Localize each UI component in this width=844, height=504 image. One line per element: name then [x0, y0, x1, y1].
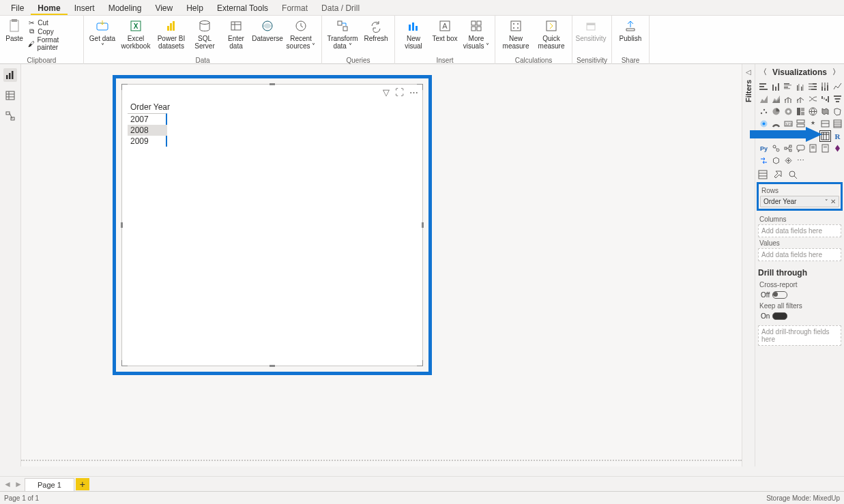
automate-icon[interactable] [758, 155, 770, 166]
key-influencers-icon[interactable] [770, 143, 782, 154]
rows-field-chip[interactable]: Order Year ˅ ✕ [760, 196, 839, 207]
azure-map-icon[interactable] [758, 118, 770, 130]
refresh-button[interactable]: Refresh [362, 17, 390, 42]
matrix-header[interactable]: Order Year [128, 101, 173, 113]
powerapps-icon[interactable] [832, 143, 843, 154]
transform-data-button[interactable]: Transform data ˅ [326, 17, 359, 50]
matrix-row[interactable]: 2008 [128, 125, 167, 136]
matrix-visual-icon[interactable] [819, 130, 831, 142]
scatter-icon[interactable] [758, 106, 770, 117]
card-icon[interactable]: 123 [783, 118, 794, 130]
sensitivity-button[interactable]: Sensitivity [577, 17, 605, 42]
excel-workbook-button[interactable]: XExcel workbook [119, 17, 152, 50]
add-page-button[interactable]: + [76, 478, 89, 490]
tab-modeling[interactable]: Modeling [102, 1, 149, 15]
get-data-button[interactable]: Get data ˅ [88, 17, 117, 50]
next-page-button[interactable]: ► [14, 479, 23, 489]
new-visual-button[interactable]: New visual [399, 17, 428, 50]
clustered-bar-icon[interactable] [783, 81, 794, 93]
tab-data-drill[interactable]: Data / Drill [315, 1, 366, 15]
treemap-icon[interactable] [795, 106, 806, 117]
keep-filters-toggle[interactable]: On [758, 311, 790, 321]
publish-button[interactable]: Publish [616, 17, 645, 42]
matrix-blank-icon[interactable] [795, 130, 806, 142]
hundred-bar-icon[interactable] [807, 81, 819, 93]
line-clustered-icon[interactable] [795, 93, 806, 105]
chevron-down-icon[interactable]: ˅ [825, 198, 828, 205]
report-view-button[interactable] [3, 68, 17, 82]
tab-view[interactable]: View [148, 1, 179, 15]
area-chart-icon[interactable] [758, 93, 770, 105]
quick-measure-button[interactable]: Quick measure [535, 17, 568, 50]
values-well[interactable]: Add data fields here [758, 248, 841, 261]
report-canvas[interactable]: ▽ ⛶ ⋯ Order Year 2007 2008 2009 [21, 64, 742, 466]
remove-field-icon[interactable]: ✕ [830, 198, 836, 205]
r-visual-icon[interactable]: R [832, 130, 843, 142]
text-box-button[interactable]: AText box [431, 17, 459, 42]
decomposition-icon[interactable] [783, 143, 794, 154]
qa-visual-icon[interactable] [795, 143, 806, 154]
recent-sources-button[interactable]: Recent sources ˅ [285, 17, 317, 50]
format-tab-icon[interactable] [773, 170, 783, 179]
matrix-blank-icon[interactable] [758, 130, 770, 142]
copy-button[interactable]: ⧉Copy [27, 27, 79, 35]
collapse-viz-icon[interactable]: 〈 [759, 67, 767, 77]
matrix-row[interactable]: 2009 [128, 136, 167, 147]
ribbon-chart-icon[interactable] [807, 93, 819, 105]
kpi-icon[interactable] [807, 118, 819, 130]
line-column-icon[interactable] [783, 93, 794, 105]
new-measure-button[interactable]: New measure [499, 17, 532, 50]
tab-insert[interactable]: Insert [68, 1, 102, 15]
matrix-row[interactable]: 2007 [128, 114, 167, 125]
dataverse-button[interactable]: Dataverse [253, 17, 282, 42]
funnel-icon[interactable] [832, 93, 843, 105]
stacked-column-icon[interactable] [770, 81, 782, 93]
filled-map-icon[interactable] [819, 106, 831, 117]
tab-format[interactable]: Format [275, 1, 315, 15]
matrix-visual-selection[interactable]: ▽ ⛶ ⋯ Order Year 2007 2008 2009 [113, 75, 432, 375]
analytics-tab-icon[interactable] [788, 170, 798, 179]
more-options-icon[interactable]: ⋯ [409, 87, 418, 98]
more-visuals-button[interactable]: More visuals ˅ [462, 17, 491, 50]
prev-page-button[interactable]: ◄ [3, 479, 12, 489]
page-tab[interactable]: Page 1 [25, 478, 74, 491]
multi-card-icon[interactable] [795, 118, 806, 130]
matrix-blank-icon[interactable] [783, 130, 794, 142]
hundred-column-icon[interactable] [819, 81, 831, 93]
sql-server-button[interactable]: SQL Server [190, 17, 219, 50]
expand-viz-icon[interactable]: 〉 [832, 67, 840, 77]
narrative-icon[interactable] [807, 143, 819, 154]
pie-icon[interactable] [770, 106, 782, 117]
focus-mode-icon[interactable]: ⛶ [395, 87, 404, 98]
tab-file[interactable]: File [4, 1, 31, 15]
data-view-button[interactable] [3, 89, 17, 102]
table-icon[interactable] [832, 118, 843, 130]
stacked-area-icon[interactable] [770, 93, 782, 105]
filters-pane-collapsed[interactable]: ◁ Filters [742, 64, 755, 466]
matrix-blank-icon[interactable] [770, 130, 782, 142]
paginated-icon[interactable] [819, 143, 831, 154]
pbi-datasets-button[interactable]: Power BI datasets [155, 17, 188, 50]
enter-data-button[interactable]: Enter data [222, 17, 250, 50]
tab-home[interactable]: Home [31, 1, 67, 15]
tab-help[interactable]: Help [179, 1, 210, 15]
matrix-blank-icon[interactable] [807, 130, 819, 142]
gauge-icon[interactable] [770, 118, 782, 130]
tab-external-tools[interactable]: External Tools [210, 1, 275, 15]
filter-icon[interactable]: ▽ [383, 87, 390, 98]
donut-icon[interactable] [783, 106, 794, 117]
cut-button[interactable]: ✂Cut [27, 18, 79, 27]
line-chart-icon[interactable] [832, 81, 843, 93]
get-more-visuals-icon[interactable] [783, 155, 794, 166]
slicer-icon[interactable] [819, 118, 831, 130]
drill-through-well[interactable]: Add drill-through fields here [758, 325, 841, 346]
fields-tab-icon[interactable] [758, 170, 768, 179]
custom-visual-icon[interactable] [770, 155, 782, 166]
map-icon[interactable] [807, 106, 819, 117]
model-view-button[interactable] [3, 109, 17, 123]
waterfall-icon[interactable] [819, 93, 831, 105]
clustered-column-icon[interactable] [795, 81, 806, 93]
ellipsis-icon[interactable]: ⋯ [795, 155, 806, 166]
expand-filters-icon[interactable]: ◁ [746, 68, 751, 76]
cross-report-toggle[interactable]: Off [758, 290, 790, 300]
